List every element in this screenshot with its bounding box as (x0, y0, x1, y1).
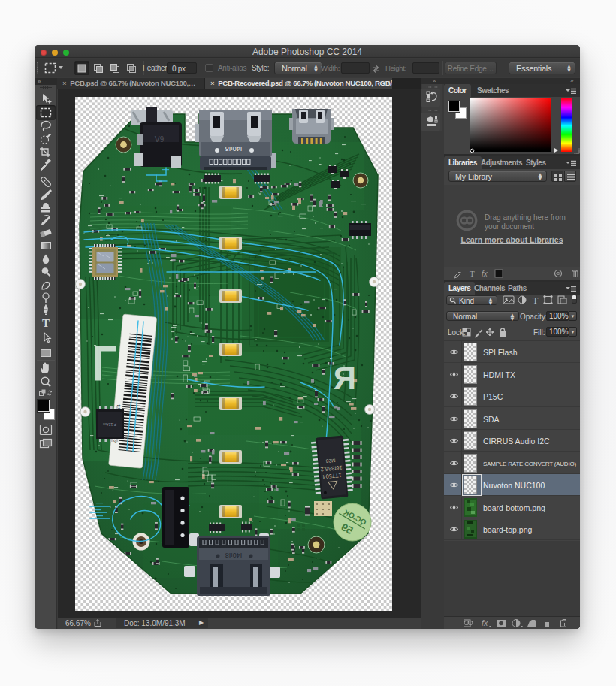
svg-text:fx: fx (482, 270, 488, 278)
svg-text:T: T (533, 295, 539, 306)
svg-text:R: R (334, 361, 356, 396)
svg-text:T: T (470, 269, 475, 278)
svg-text:I40ıI8: I40ıI8 (225, 145, 243, 153)
svg-text:6A: 6A (155, 134, 165, 143)
svg-text:I40ıI8: I40ıI8 (225, 552, 243, 559)
svg-text:fx: fx (482, 618, 488, 627)
svg-text:P:12Am: P:12Am (103, 422, 116, 427)
svg-text:T: T (42, 317, 50, 329)
svg-text:M28: M28 (325, 458, 336, 464)
